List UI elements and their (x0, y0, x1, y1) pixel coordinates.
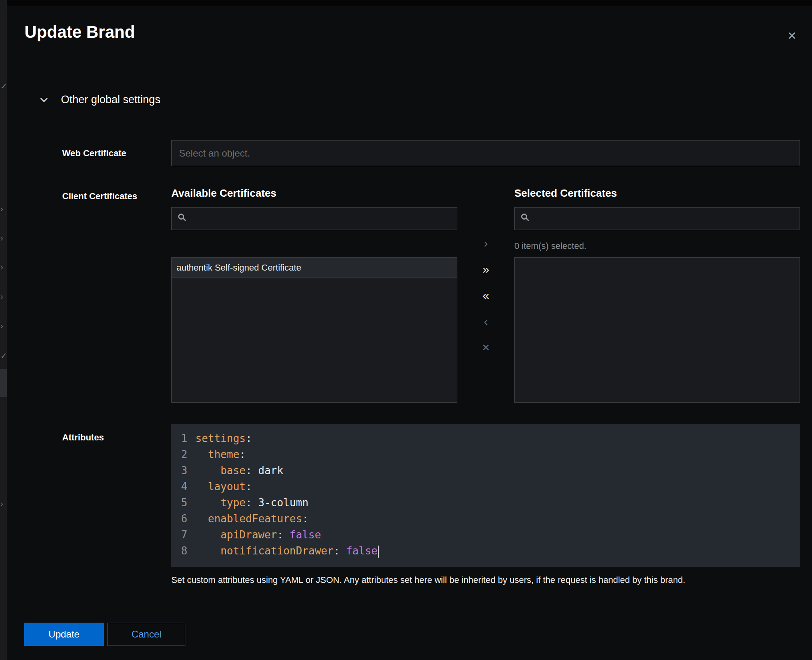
code-line[interactable]: 8 notificationDrawer: false (171, 543, 800, 559)
code-line[interactable]: 4 layout: (171, 479, 800, 495)
remove-all-button[interactable]: « (479, 287, 493, 304)
chevron-right-icon: › (0, 322, 3, 330)
other-global-settings-toggle[interactable]: Other global settings (41, 92, 160, 108)
check-icon: ✓ (0, 82, 7, 90)
available-certificates-search (171, 207, 457, 230)
line-number: 4 (171, 479, 187, 495)
line-content: layout: (187, 479, 252, 495)
add-all-button[interactable]: » (479, 261, 493, 277)
available-certificates-search-input[interactable] (171, 207, 457, 230)
line-number: 1 (171, 430, 187, 446)
code-line[interactable]: 1settings: (171, 430, 800, 446)
selected-status: 0 item(s) selected. (514, 241, 587, 251)
attributes-help-text: Set custom attributes using YAML or JSON… (171, 575, 797, 585)
chevron-down-icon (40, 95, 47, 102)
selected-certificates-header: Selected Certificates (514, 187, 617, 200)
section-label: Other global settings (61, 94, 160, 106)
code-line[interactable]: 5 type: 3-column (171, 495, 800, 511)
cancel-button[interactable]: Cancel (108, 623, 185, 646)
update-brand-modal: Update Brand ✕ Other global settings Web… (7, 6, 812, 660)
attributes-label: Attributes (62, 432, 104, 443)
line-number: 8 (171, 543, 187, 559)
line-content: theme: (187, 446, 246, 462)
web-certificate-input[interactable] (171, 140, 800, 166)
code-line[interactable]: 2 theme: (171, 446, 800, 462)
available-certificates-list[interactable]: authentik Self-signed Certificate (171, 257, 457, 403)
line-number: 5 (171, 495, 187, 511)
chevron-right-icon: › (0, 292, 3, 300)
background-sidebar: ✓ › › › › › ✓ › (0, 0, 7, 660)
selected-certificates-list[interactable] (514, 257, 800, 403)
line-content: enabledFeatures: (187, 511, 309, 527)
code-line[interactable]: 3 base: dark (171, 462, 800, 479)
modal-title: Update Brand (24, 22, 135, 42)
chevron-right-icon: › (0, 499, 3, 507)
line-content: apiDrawer: false (187, 527, 321, 543)
code-line[interactable]: 6 enabledFeatures: (171, 511, 800, 527)
web-certificate-label: Web Certificate (62, 148, 126, 159)
chevron-right-icon: › (0, 234, 3, 242)
code-line[interactable]: 7 apiDrawer: false (171, 527, 800, 543)
add-selected-button[interactable]: › (479, 235, 493, 251)
line-content: base: dark (187, 462, 283, 479)
line-number: 2 (171, 446, 187, 462)
attributes-code-lines: 1settings:2 theme:3 base: dark4 layout:5… (171, 430, 800, 559)
line-content: notificationDrawer: false (187, 543, 379, 559)
background-sidebar-active-item (0, 369, 7, 397)
line-number: 7 (171, 527, 187, 543)
check-icon: ✓ (0, 352, 7, 360)
line-number: 3 (171, 462, 187, 479)
available-certificate-item[interactable]: authentik Self-signed Certificate (172, 258, 457, 278)
text-cursor (378, 546, 379, 558)
attributes-editor[interactable]: 1settings:2 theme:3 base: dark4 layout:5… (171, 424, 800, 567)
selected-certificates-search (514, 207, 800, 230)
line-content: type: 3-column (187, 495, 309, 511)
line-number: 6 (171, 511, 187, 527)
remove-selected-button[interactable]: ‹ (479, 314, 493, 330)
client-certificates-label: Client Certificates (62, 191, 137, 202)
search-icon (178, 214, 184, 220)
clear-button[interactable]: ✕ (479, 340, 493, 356)
line-content: settings: (187, 430, 252, 446)
available-certificates-header: Available Certificates (171, 187, 276, 200)
close-icon[interactable]: ✕ (784, 28, 800, 44)
selected-certificates-search-input[interactable] (514, 207, 800, 230)
chevron-right-icon: › (0, 263, 3, 271)
chevron-right-icon: › (0, 205, 3, 213)
update-button[interactable]: Update (24, 623, 104, 646)
search-icon (521, 214, 527, 220)
